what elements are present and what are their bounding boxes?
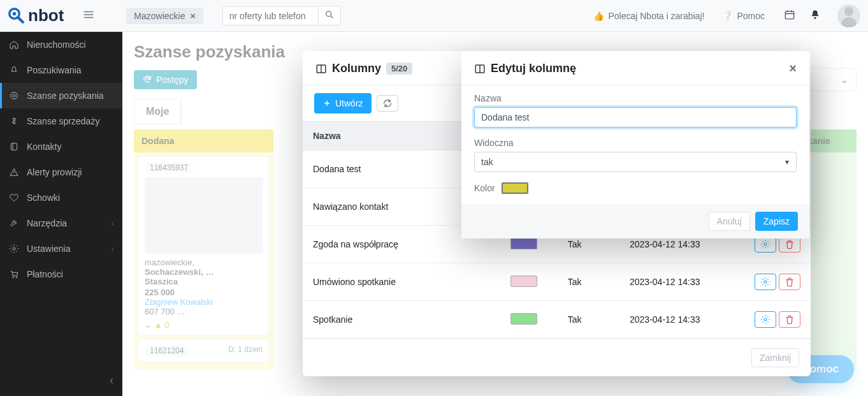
heart-icon [9, 193, 19, 203]
row-color-swatch [510, 275, 537, 287]
refresh-icon [382, 98, 393, 108]
plus-icon: ＋ [322, 98, 331, 109]
row-visible: Tak [558, 301, 619, 339]
referral-link[interactable]: 👍 Polecaj Nbota i zarabiaj! [593, 11, 704, 21]
create-column-button[interactable]: ＋ Utwórz [314, 93, 372, 114]
logo-icon [8, 7, 25, 25]
sidebar-item-platnosci[interactable]: Płatności [0, 261, 122, 287]
close-icon[interactable]: × [789, 61, 797, 76]
close-columns-button[interactable]: Zamknij [751, 348, 799, 367]
topbar: nbot Mazowieckie × 👍 Polecaj Nbota i zar… [0, 0, 868, 32]
avatar[interactable] [837, 4, 860, 27]
offer-search-input[interactable] [222, 6, 318, 26]
row-name: Umówiono spotkanie [303, 263, 500, 301]
svg-line-4 [331, 16, 333, 18]
svg-point-11 [13, 94, 15, 97]
row-settings-button[interactable] [755, 274, 776, 290]
gear-icon [760, 314, 770, 325]
sidebar-item-poszukiwania[interactable]: Poszukiwania [0, 57, 122, 83]
dollar-icon [9, 116, 19, 126]
row-delete-button[interactable] [779, 311, 800, 328]
svg-point-15 [13, 247, 15, 250]
columns-count-badge: 5/20 [386, 62, 412, 75]
table-row: Umówiono spotkanieTak2023-04-12 14:33 [303, 263, 811, 301]
columns-icon [315, 63, 327, 75]
svg-point-10 [11, 92, 18, 99]
gear-icon [9, 244, 19, 254]
svg-point-17 [16, 277, 17, 278]
menu-toggle-icon[interactable] [79, 5, 98, 27]
row-visible: Tak [558, 263, 619, 301]
edit-column-modal: Edytuj kolumnę × Nazwa Widoczna tak Kolo… [461, 51, 809, 238]
sidebar-item-nieruchomosci[interactable]: Nieruchomości [0, 32, 122, 57]
chevron-left-icon: ‹ [112, 246, 113, 253]
contacts-icon [9, 142, 19, 152]
svg-point-24 [764, 318, 767, 321]
brand-logo[interactable]: nbot [8, 6, 64, 26]
row-delete-button[interactable] [779, 274, 800, 290]
sidebar-item-szanse-sprzedazy[interactable]: Szanse sprzedaży [0, 108, 122, 134]
svg-point-9 [814, 17, 816, 18]
row-color-swatch [510, 238, 537, 249]
svg-point-23 [764, 281, 767, 283]
row-date: 2023-04-12 14:33 [619, 263, 734, 301]
region-chip[interactable]: Mazowieckie × [126, 8, 203, 24]
sidebar: Nieruchomości Poszukiwania Szanse pozysk… [0, 32, 122, 396]
columns-modal-title: Kolumny [332, 62, 381, 75]
calendar-icon[interactable] [780, 5, 799, 27]
gear-icon [760, 277, 770, 287]
help-icon: ❔ [722, 11, 733, 21]
help-link[interactable]: ❔ Pomoc [722, 11, 765, 21]
chevron-left-icon: ‹ [110, 374, 113, 386]
trash-icon [785, 314, 795, 325]
sidebar-item-alerty-prowizji[interactable]: Alerty prowizji [0, 159, 122, 185]
table-row: SpotkanieTak2023-04-12 14:33 [303, 301, 811, 339]
column-visible-select[interactable]: tak [474, 152, 797, 172]
offer-search-button[interactable] [318, 6, 341, 26]
thumbs-up-icon: 👍 [593, 11, 604, 21]
page-content: Szanse pozyskania Postępy wyszukaj konta… [122, 32, 868, 396]
svg-rect-12 [11, 143, 17, 150]
columns-icon [474, 63, 486, 75]
edit-modal-title: Edytuj kolumnę [491, 62, 576, 75]
trash-icon [785, 277, 795, 287]
svg-line-1 [18, 17, 23, 22]
trash-icon [785, 239, 795, 249]
home-icon [9, 40, 19, 50]
region-chip-label: Mazowieckie [134, 11, 185, 21]
row-name: Spotkanie [303, 301, 500, 339]
row-date: 2023-04-12 14:33 [619, 301, 734, 339]
refresh-columns-button[interactable] [377, 95, 398, 112]
row-settings-button[interactable] [755, 311, 776, 328]
row-color-swatch [510, 313, 537, 325]
save-button[interactable]: Zapisz [755, 212, 798, 231]
offer-search-group [222, 6, 341, 26]
wrench-icon [9, 218, 19, 228]
notifications-icon[interactable] [806, 5, 825, 27]
sidebar-collapse-toggle[interactable]: ‹ [0, 365, 122, 396]
svg-rect-5 [785, 11, 794, 18]
sidebar-item-schowki[interactable]: Schowki [0, 185, 122, 210]
brand-text: nbot [28, 6, 64, 26]
svg-point-3 [326, 11, 331, 17]
sidebar-item-kontakty[interactable]: Kontakty [0, 134, 122, 159]
sidebar-item-narzedzia[interactable]: Narzędzia ‹ [0, 210, 122, 236]
column-name-input[interactable] [474, 107, 797, 128]
cart-icon [9, 269, 19, 279]
sidebar-item-ustawienia[interactable]: Ustawienia ‹ [0, 236, 122, 261]
svg-point-2 [13, 11, 17, 15]
bell-icon [9, 65, 19, 75]
svg-point-16 [13, 277, 14, 278]
sidebar-item-szanse-pozyskania[interactable]: Szanse pozyskania [0, 83, 122, 108]
target-icon [9, 91, 19, 101]
cancel-button[interactable]: Anuluj [709, 212, 750, 231]
column-color-swatch[interactable] [502, 182, 528, 194]
search-icon [324, 10, 335, 20]
visible-label: Widoczna [474, 138, 797, 148]
color-label: Kolor [474, 183, 495, 193]
gear-icon [760, 239, 770, 249]
svg-point-22 [764, 243, 767, 246]
close-icon[interactable]: × [190, 11, 195, 21]
alert-icon [9, 167, 19, 177]
chevron-left-icon: ‹ [112, 220, 113, 227]
